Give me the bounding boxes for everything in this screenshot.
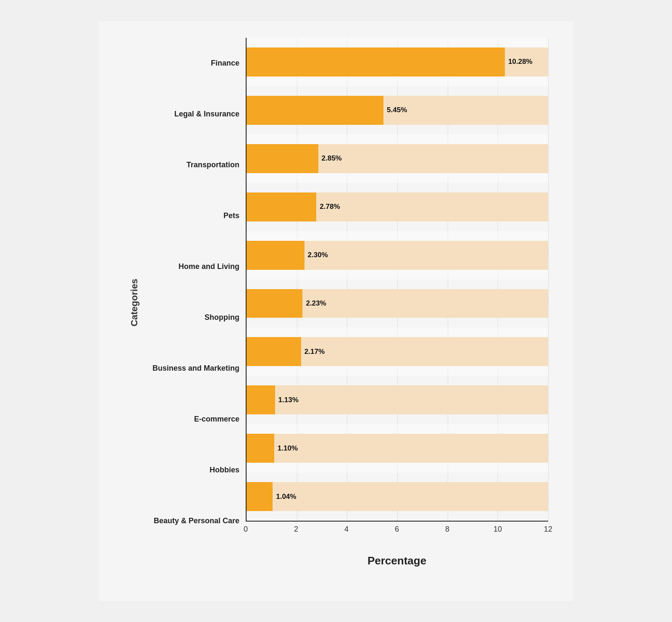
category-label: E-commerce xyxy=(145,394,246,445)
bar-track: 2.23% xyxy=(247,289,548,318)
bar-value-label: 2.85% xyxy=(322,154,342,163)
bars-and-xaxis: 10.28%5.45%2.85%2.78%2.30%2.23%2.17%1.13… xyxy=(246,38,548,567)
x-axis: 024681012 xyxy=(246,521,548,542)
categories-and-chart: FinanceLegal & InsuranceTransportationPe… xyxy=(145,38,548,567)
bar-track: 5.45% xyxy=(247,96,548,125)
bar-fill xyxy=(247,144,318,173)
bars-area: 10.28%5.45%2.85%2.78%2.30%2.23%2.17%1.13… xyxy=(246,38,548,521)
bar-track: 2.30% xyxy=(247,241,548,270)
category-label: Legal & Insurance xyxy=(145,89,246,140)
bar-value-label: 2.30% xyxy=(308,251,328,259)
bar-row: 10.28% xyxy=(247,38,548,86)
bars-rows: 10.28%5.45%2.85%2.78%2.30%2.23%2.17%1.13… xyxy=(247,38,548,521)
category-label: Business and Marketing xyxy=(145,343,246,394)
category-labels: FinanceLegal & InsuranceTransportationPe… xyxy=(145,38,246,567)
bar-row: 2.17% xyxy=(247,327,548,376)
category-label: Home and Living xyxy=(145,241,246,292)
bar-track: 2.78% xyxy=(247,192,548,221)
bar-fill xyxy=(247,482,273,511)
bar-value-label: 2.78% xyxy=(320,203,340,211)
bar-track: 10.28% xyxy=(247,47,548,76)
grid-line xyxy=(548,38,549,521)
bar-value-label: 10.28% xyxy=(508,58,533,66)
bar-row: 1.10% xyxy=(247,424,548,472)
bar-track: 1.13% xyxy=(247,385,548,414)
bar-value-label: 2.23% xyxy=(306,299,326,308)
bar-row: 1.13% xyxy=(247,376,548,424)
bar-row: 2.78% xyxy=(247,183,548,231)
bar-fill xyxy=(247,192,316,221)
category-label: Shopping xyxy=(145,292,246,343)
bar-fill xyxy=(247,289,302,318)
bar-row: 1.04% xyxy=(247,472,548,521)
bar-fill xyxy=(247,385,275,414)
category-label: Beauty & Personal Care xyxy=(145,495,246,546)
bar-row: 2.85% xyxy=(247,134,548,183)
bar-value-label: 1.10% xyxy=(278,444,298,453)
chart-area: Categories FinanceLegal & InsuranceTrans… xyxy=(124,38,548,567)
bar-value-label: 5.45% xyxy=(387,106,407,114)
bar-track: 2.17% xyxy=(247,337,548,366)
x-tick-label: 0 xyxy=(244,525,248,534)
x-tick-label: 8 xyxy=(445,525,449,534)
bar-value-label: 1.04% xyxy=(276,493,296,501)
chart-container: Categories FinanceLegal & InsuranceTrans… xyxy=(99,21,573,601)
bar-fill xyxy=(247,337,301,366)
category-label: Hobbies xyxy=(145,445,246,495)
x-tick-label: 12 xyxy=(544,525,552,534)
bar-value-label: 1.13% xyxy=(278,396,299,404)
bar-track: 1.10% xyxy=(247,434,548,463)
category-label: Finance xyxy=(145,38,246,89)
bar-fill xyxy=(247,434,274,463)
category-label: Pets xyxy=(145,190,246,241)
y-axis-label: Categories xyxy=(129,279,140,327)
category-label: Transportation xyxy=(145,140,246,190)
bar-row: 2.30% xyxy=(247,231,548,279)
y-axis-label-container: Categories xyxy=(124,38,145,567)
x-axis-label: Percentage xyxy=(246,554,548,567)
x-tick-label: 4 xyxy=(344,525,349,534)
bar-fill xyxy=(247,47,505,76)
x-tick-label: 6 xyxy=(395,525,399,534)
bar-fill xyxy=(247,241,304,270)
bar-track: 1.04% xyxy=(247,482,548,511)
bar-row: 5.45% xyxy=(247,86,548,134)
bar-track: 2.85% xyxy=(247,144,548,173)
bar-fill xyxy=(247,96,383,125)
bar-value-label: 2.17% xyxy=(304,348,325,356)
bar-row: 2.23% xyxy=(247,279,548,328)
x-tick-label: 2 xyxy=(294,525,298,534)
x-tick-label: 10 xyxy=(494,525,502,534)
